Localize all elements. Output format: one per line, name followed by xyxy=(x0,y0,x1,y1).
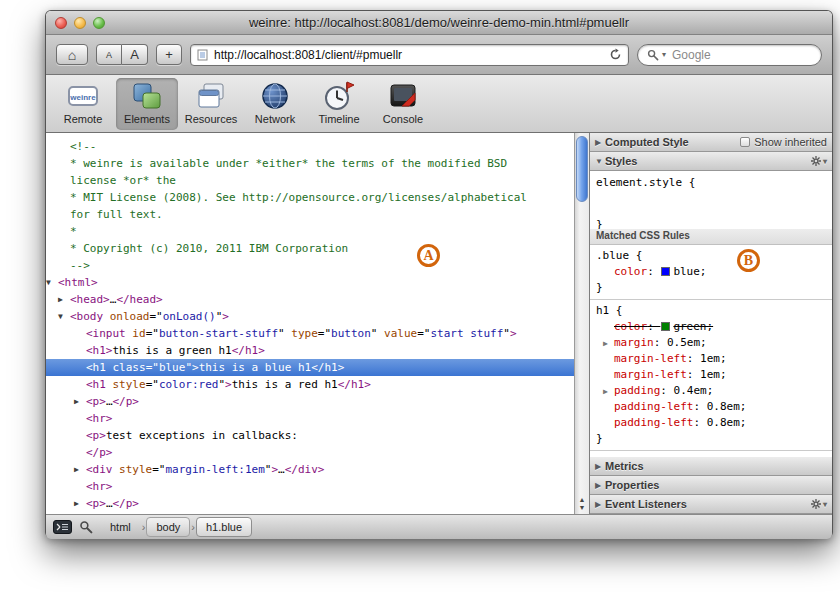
home-button[interactable]: ⌂ xyxy=(56,44,88,65)
timeline-icon xyxy=(323,80,355,112)
expand-icon[interactable]: ▶ xyxy=(74,495,86,512)
dom-tree-line[interactable]: for full text. xyxy=(46,206,574,223)
code-token: <hr> xyxy=(86,412,113,425)
expand-icon[interactable]: ▶ xyxy=(603,384,608,400)
expand-icon[interactable]: ▶ xyxy=(74,461,86,478)
dom-tree-line[interactable]: * weinre is available under *either* the… xyxy=(46,155,574,172)
scroll-down-icon[interactable]: ▼ xyxy=(575,504,589,512)
code-token: </div> xyxy=(285,463,325,476)
css-property[interactable]: margin-left: 1em; xyxy=(596,367,826,383)
css-property-value: 1em; xyxy=(700,352,727,365)
expand-icon[interactable]: ▶ xyxy=(58,291,70,308)
dom-tree-line[interactable]: ▶<p>…</p> xyxy=(46,495,574,512)
dom-tree-line[interactable]: * xyxy=(46,223,574,240)
properties-header[interactable]: ▶ Properties xyxy=(590,476,832,495)
dom-tree-line[interactable]: <h1>this is a green h1</h1> xyxy=(46,342,574,359)
styles-header[interactable]: ▼ Styles ▾ xyxy=(590,152,832,171)
scrollbar-thumb[interactable] xyxy=(576,136,588,202)
decrease-font-button[interactable]: A xyxy=(96,44,122,65)
toolbar-button-label: Console xyxy=(383,113,423,125)
css-property[interactable]: ▶margin: 0.5em; xyxy=(596,335,826,351)
toolbar-button-timeline[interactable]: Timeline xyxy=(308,78,370,130)
toolbar-button-remote[interactable]: weinre Remote xyxy=(52,78,114,130)
dom-tree-line[interactable]: ▼<body onload="onLoad()"> xyxy=(46,308,574,325)
dom-tree-line[interactable]: license *or* the xyxy=(46,172,574,189)
code-token: <body xyxy=(70,310,103,323)
breadcrumb-separator-icon: › xyxy=(191,521,195,533)
dom-tree[interactable]: <!--* weinre is available under *either*… xyxy=(46,133,574,514)
dom-tree-line[interactable]: <!-- xyxy=(46,138,574,155)
dom-tree-line[interactable]: ▶<p>…</p> xyxy=(46,393,574,410)
event-listeners-title: Event Listeners xyxy=(605,498,687,510)
metrics-header[interactable]: ▶ Metrics xyxy=(590,457,832,476)
dom-tree-line[interactable]: * Copyright (c) 2010, 2011 IBM Corporati… xyxy=(46,240,574,257)
status-bar: html › body › h1.blue xyxy=(46,514,832,539)
close-window-button[interactable] xyxy=(55,17,67,29)
css-property-value: 0.4em; xyxy=(674,384,714,397)
search-engine-chevron-icon[interactable]: ▾ xyxy=(662,50,666,59)
toolbar-button-resources[interactable]: Resources xyxy=(180,78,242,130)
dom-tree-line[interactable]: <hr> xyxy=(46,478,574,495)
matched-css-rules-header: Matched CSS Rules xyxy=(590,229,832,245)
window-controls xyxy=(55,17,105,29)
styles-title: Styles xyxy=(605,155,637,167)
element-style-rule[interactable]: element.style { } xyxy=(590,171,832,229)
search-field[interactable]: ▾ Google xyxy=(637,44,822,66)
expand-icon[interactable]: ▶ xyxy=(603,336,608,352)
code-token: this is a green h1 xyxy=(113,344,232,357)
dom-tree-line[interactable]: ▶<head>…</head> xyxy=(46,291,574,308)
toolbar-button-elements[interactable]: Elements xyxy=(116,78,178,130)
dom-tree-line[interactable]: <input id="button-start-stuff" type="but… xyxy=(46,325,574,342)
code-token: onload xyxy=(103,310,149,323)
code-token: <hr> xyxy=(86,480,113,493)
collapse-icon[interactable]: ▼ xyxy=(58,308,70,325)
increase-font-button[interactable]: A xyxy=(122,44,148,65)
toolbar-button-network[interactable]: Network xyxy=(244,78,306,130)
dom-tree-line[interactable]: <p>test exceptions in callbacks: xyxy=(46,427,574,444)
collapse-icon[interactable]: ▼ xyxy=(46,274,58,291)
dom-tree-line[interactable]: * MIT License (2008). See http://opensou… xyxy=(46,189,574,206)
reload-icon[interactable] xyxy=(609,48,622,61)
inspector-toolbar: weinre Remote Elements Resources Network xyxy=(46,75,832,133)
zoom-window-button[interactable] xyxy=(93,17,105,29)
console-toggle-button[interactable] xyxy=(53,520,72,534)
node-search-button[interactable] xyxy=(79,520,93,534)
breadcrumb: html › body › h1.blue xyxy=(100,517,252,537)
scroll-up-icon[interactable]: ▲ xyxy=(575,496,589,504)
dom-tree-line-selected[interactable]: <h1 class="blue">this is a blue h1</h1> xyxy=(46,359,574,376)
breadcrumb-item-html[interactable]: html xyxy=(100,517,141,537)
code-token: type xyxy=(285,327,318,340)
styles-gear-menu[interactable]: ▾ xyxy=(811,156,827,166)
code-token: <input xyxy=(86,327,126,340)
dom-tree-line[interactable]: ▼<html> xyxy=(46,274,574,291)
css-property[interactable]: margin-left: 1em; xyxy=(596,351,826,367)
css-property[interactable]: color: blue; xyxy=(596,264,826,280)
address-bar[interactable]: http://localhost:8081/client/#pmuellr xyxy=(190,44,629,66)
css-property[interactable]: padding-left: 0.8em; xyxy=(596,415,826,431)
new-tab-button[interactable]: + xyxy=(156,44,182,65)
vertical-scrollbar[interactable]: ▲ ▼ xyxy=(574,133,589,514)
dom-tree-line[interactable]: <hr> xyxy=(46,410,574,427)
css-rule-close: } xyxy=(596,431,826,447)
dom-tree-line[interactable]: </p> xyxy=(46,444,574,461)
scrollbar-arrows[interactable]: ▲ ▼ xyxy=(575,496,589,512)
css-property[interactable]: padding-left: 0.8em; xyxy=(596,399,826,415)
code-token: </h1> xyxy=(338,378,371,391)
computed-style-header[interactable]: ▶ Computed Style Show inherited xyxy=(590,133,832,152)
css-property[interactable]: ▶padding: 0.4em; xyxy=(596,383,826,399)
dom-tree-line[interactable]: <h1 style="color:red">this is a red h1</… xyxy=(46,376,574,393)
css-property-name: padding xyxy=(614,384,660,397)
breadcrumb-item-h1-blue[interactable]: h1.blue xyxy=(196,517,252,537)
minimize-window-button[interactable] xyxy=(74,17,86,29)
show-inherited-checkbox[interactable] xyxy=(740,137,750,147)
dom-tree-line[interactable]: ▶<div style="margin-left:1em">…</div> xyxy=(46,461,574,478)
css-property[interactable]: color: green; xyxy=(596,319,826,335)
dom-tree-line[interactable]: --> xyxy=(46,257,574,274)
event-listeners-header[interactable]: ▶ Event Listeners ▾ xyxy=(590,495,832,514)
event-listeners-gear-menu[interactable]: ▾ xyxy=(811,499,827,509)
breadcrumb-item-body[interactable]: body xyxy=(146,517,190,537)
toolbar-button-console[interactable]: Console xyxy=(372,78,434,130)
disclosure-open-icon: ▼ xyxy=(595,157,605,166)
expand-icon[interactable]: ▶ xyxy=(74,393,86,410)
title-bar[interactable]: weinre: http://localhost:8081/demo/weinr… xyxy=(46,11,832,35)
